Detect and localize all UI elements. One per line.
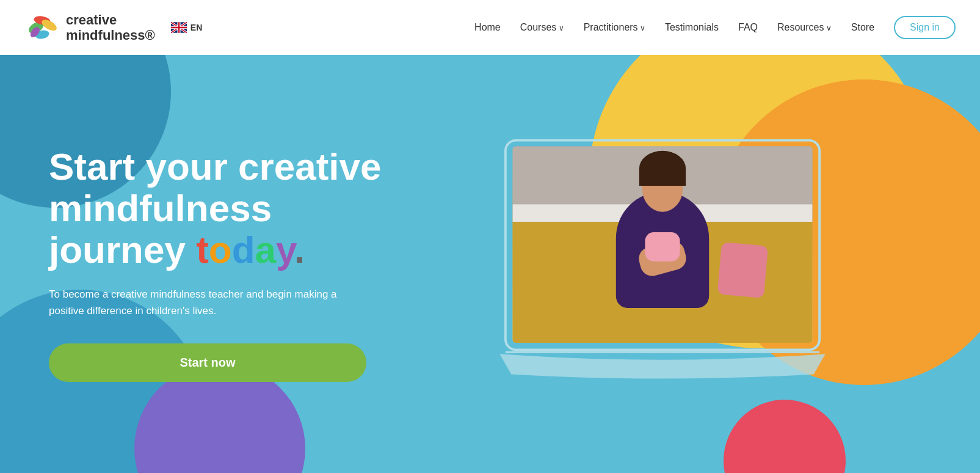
headline-line3: journey today.: [49, 229, 305, 271]
logo-mindfulness: mindfulness®: [66, 28, 155, 43]
nav-testimonials[interactable]: Testimonials: [665, 22, 719, 33]
nav-store[interactable]: Store: [851, 22, 874, 33]
today-dot: .: [294, 229, 305, 271]
today-d: d: [232, 229, 255, 271]
nav-home[interactable]: Home: [474, 22, 501, 33]
signin-button[interactable]: Sign in: [894, 16, 956, 39]
nav-resources[interactable]: Resources: [777, 22, 832, 33]
today-a: a: [255, 229, 276, 271]
hero-subtitle: To become a creative mindfulness teacher…: [49, 286, 366, 319]
hero-section: Start your creative mindfulness journey …: [0, 55, 980, 473]
flag-icon: [171, 22, 187, 33]
today-o1: o: [209, 229, 232, 271]
logo-area: creative mindfulness® EN: [24, 10, 202, 45]
headline-line2: mindfulness: [49, 187, 272, 229]
logo-icon: [24, 10, 60, 45]
hero-laptop: [492, 136, 846, 392]
today-t: t: [196, 229, 209, 271]
hero-content: Start your creative mindfulness journey …: [0, 146, 381, 382]
header: creative mindfulness® EN Home Courses Pr…: [0, 0, 980, 55]
nav-courses[interactable]: Courses: [520, 22, 564, 33]
hero-headline: Start your creative mindfulness journey …: [49, 146, 381, 271]
nav-faq[interactable]: FAQ: [738, 22, 758, 33]
start-now-button[interactable]: Start now: [49, 343, 366, 382]
logo-creative: creative: [66, 12, 155, 28]
headline-line1: Start your creative: [49, 145, 381, 188]
main-nav: Home Courses Practitioners Testimonials …: [474, 16, 956, 39]
logo-text: creative mindfulness®: [66, 12, 155, 43]
laptop-svg: [492, 136, 833, 380]
nav-practitioners[interactable]: Practitioners: [584, 22, 645, 33]
lang-area[interactable]: EN: [171, 22, 202, 33]
bg-circle-red: [724, 400, 846, 473]
today-y: y: [276, 229, 294, 271]
lang-code[interactable]: EN: [191, 23, 202, 32]
